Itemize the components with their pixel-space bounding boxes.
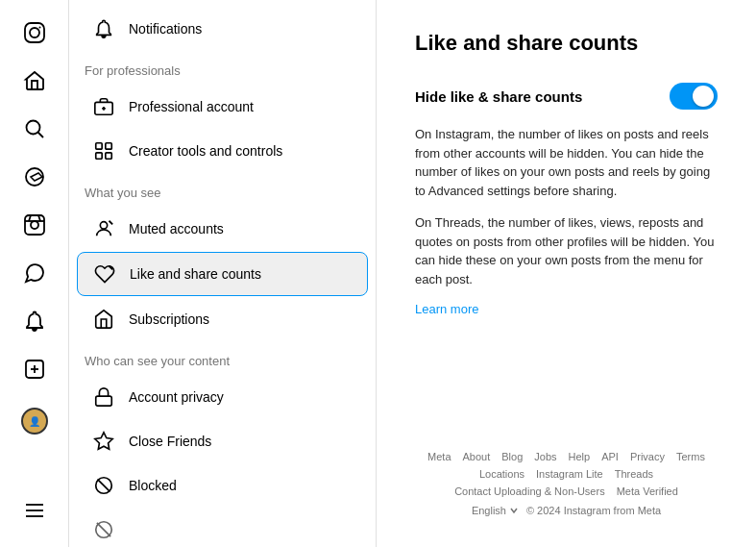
svg-line-33 — [97, 523, 110, 536]
section-label-who-can-see: Who can see your content — [69, 342, 376, 374]
notifications-icon — [92, 17, 115, 40]
svg-point-8 — [31, 221, 38, 229]
sidebar-item-notifications[interactable]: Notifications — [77, 8, 368, 50]
muted-accounts-icon — [92, 217, 115, 240]
sidebar-item-creator-tools-label: Creator tools and controls — [129, 143, 282, 159]
section-label-professionals: For professionals — [69, 52, 376, 84]
footer-link-help[interactable]: Help — [569, 451, 591, 462]
svg-point-3 — [26, 121, 39, 135]
svg-point-2 — [38, 27, 40, 29]
sidebar-item-professional-account[interactable]: Professional account — [77, 86, 368, 128]
page-title: Like and share counts — [415, 31, 718, 56]
hide-counts-toggle[interactable] — [670, 83, 718, 110]
footer-copyright: © 2024 Instagram from Meta — [526, 505, 661, 516]
footer-link-privacy[interactable]: Privacy — [630, 451, 665, 462]
sidebar-item-account-privacy[interactable]: Account privacy — [77, 376, 368, 418]
notifications-nav-icon[interactable] — [13, 300, 56, 342]
toggle-knob — [693, 86, 714, 107]
blocked-icon — [92, 474, 115, 497]
sidebar-item-muted-label: Muted accounts — [129, 221, 224, 236]
sidebar-item-close-friends[interactable]: Close Friends — [77, 420, 368, 462]
svg-marker-6 — [31, 173, 42, 181]
svg-line-31 — [98, 480, 110, 492]
svg-rect-22 — [106, 143, 111, 149]
icon-rail: 👤 — [0, 0, 69, 547]
footer-links: Meta About Blog Jobs Help API Privacy Te… — [415, 451, 718, 497]
sidebar-item-close-friends-label: Close Friends — [129, 434, 211, 449]
instagram-logo-icon[interactable] — [13, 12, 56, 54]
footer-link-locations[interactable]: Locations — [479, 468, 524, 480]
sidebar-item-blocked-label: Blocked — [129, 478, 177, 493]
svg-rect-23 — [106, 153, 111, 159]
footer: Meta About Blog Jobs Help API Privacy Te… — [415, 432, 718, 516]
sidebar-item-professional-label: Professional account — [129, 99, 254, 114]
sidebar-item-blocked[interactable]: Blocked — [77, 464, 368, 507]
creator-tools-icon — [92, 139, 115, 162]
sidebar-item-hidden-partial[interactable] — [77, 509, 368, 547]
footer-link-threads[interactable]: Threads — [615, 468, 653, 480]
professional-account-icon — [92, 95, 115, 118]
svg-point-1 — [30, 28, 39, 37]
footer-link-meta[interactable]: Meta — [427, 451, 451, 462]
footer-bottom: English © 2024 Instagram from Meta — [415, 505, 718, 516]
footer-language-label: English — [472, 505, 506, 516]
hide-counts-row: Hide like & share counts — [415, 83, 718, 110]
sidebar: Notifications For professionals Professi… — [69, 0, 377, 547]
footer-link-blog[interactable]: Blog — [501, 451, 523, 462]
sidebar-item-account-privacy-label: Account privacy — [129, 389, 224, 405]
svg-rect-28 — [96, 396, 112, 406]
close-friends-icon — [92, 430, 115, 453]
explore-nav-icon[interactable] — [13, 156, 56, 198]
footer-link-contact[interactable]: Contact Uploading & Non-Users — [454, 485, 605, 497]
description-instagram: On Instagram, the number of likes on pos… — [415, 125, 718, 200]
subscriptions-icon — [92, 308, 115, 331]
footer-link-jobs[interactable]: Jobs — [534, 451, 556, 462]
description-threads: On Threads, the number of likes, views, … — [415, 213, 718, 288]
sidebar-item-notifications-label: Notifications — [129, 21, 202, 37]
svg-line-4 — [37, 133, 43, 138]
main-content: Like and share counts Hide like & share … — [377, 0, 756, 547]
footer-link-api[interactable]: API — [601, 451, 619, 462]
svg-point-25 — [100, 222, 107, 229]
sidebar-item-subscriptions-label: Subscriptions — [129, 311, 209, 327]
svg-marker-29 — [95, 433, 112, 449]
svg-rect-21 — [96, 143, 102, 149]
profile-nav-icon[interactable]: 👤 — [13, 400, 56, 442]
svg-point-5 — [26, 168, 43, 186]
sidebar-item-like-share-label: Like and share counts — [130, 266, 261, 282]
svg-rect-0 — [25, 23, 44, 42]
create-nav-icon[interactable] — [13, 348, 56, 390]
more-nav-icon[interactable] — [13, 489, 56, 532]
partial-icon — [92, 518, 115, 541]
search-nav-icon[interactable] — [13, 108, 56, 150]
learn-more-link[interactable]: Learn more — [415, 302, 718, 316]
sidebar-item-muted-accounts[interactable]: Muted accounts — [77, 208, 368, 250]
hide-counts-label: Hide like & share counts — [415, 88, 582, 105]
footer-link-terms[interactable]: Terms — [676, 451, 705, 462]
footer-link-about[interactable]: About — [463, 451, 491, 462]
messages-nav-icon[interactable] — [13, 252, 56, 294]
svg-line-26 — [110, 221, 113, 225]
footer-link-meta-verified[interactable]: Meta Verified — [617, 485, 678, 497]
svg-rect-24 — [96, 153, 102, 159]
sidebar-item-like-share-counts[interactable]: Like and share counts — [77, 252, 368, 296]
svg-rect-7 — [25, 215, 44, 235]
account-privacy-icon — [92, 385, 115, 409]
sidebar-item-subscriptions[interactable]: Subscriptions — [77, 298, 368, 340]
like-share-counts-icon — [93, 262, 116, 286]
sidebar-item-creator-tools[interactable]: Creator tools and controls — [77, 130, 368, 172]
section-label-what-you-see: What you see — [69, 174, 376, 206]
reels-nav-icon[interactable] — [13, 204, 56, 246]
footer-language-selector[interactable]: English — [472, 505, 519, 516]
home-nav-icon[interactable] — [13, 60, 56, 102]
footer-link-instagram-lite[interactable]: Instagram Lite — [536, 468, 603, 480]
